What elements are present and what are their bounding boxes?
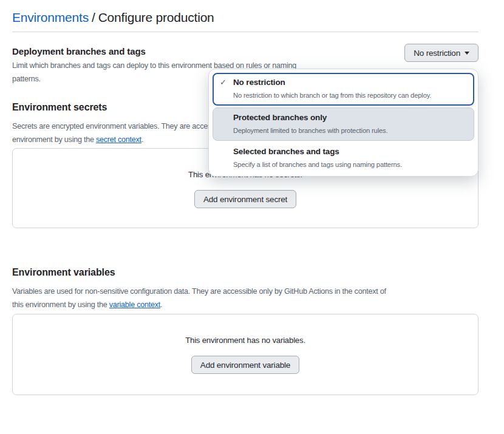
variables-description-text: Variables are used for non-sensitive con… xyxy=(12,287,386,309)
variables-empty-box: This environment has no variables. Add e… xyxy=(12,314,478,395)
menu-item-description: No restriction to which branch or tag fr… xyxy=(233,90,469,101)
header-divider xyxy=(12,32,478,32)
add-environment-variable-button[interactable]: Add environment variable xyxy=(191,356,299,374)
variables-empty-text: This environment has no variables. xyxy=(185,335,305,345)
check-icon: ✓ xyxy=(220,78,226,87)
menu-item-title: No restriction xyxy=(233,76,469,89)
title-separator: / xyxy=(92,10,95,24)
environments-link[interactable]: Environments xyxy=(12,10,89,24)
page-title: Environments/Configure production xyxy=(12,9,478,25)
menu-item-selected-branches[interactable]: Selected branches and tags Specify a lis… xyxy=(213,142,474,174)
menu-item-title: Selected branches and tags xyxy=(233,146,469,158)
branch-policy-dropdown-menu: ✓ No restriction No restriction to which… xyxy=(208,69,478,177)
caret-down-icon xyxy=(465,52,469,55)
secret-context-link[interactable]: secret context xyxy=(96,135,141,144)
secrets-description-period: . xyxy=(141,135,143,144)
deployment-heading: Deployment branches and tags xyxy=(12,46,296,57)
branch-policy-button-label: No restriction xyxy=(414,49,460,58)
variables-description: Variables are used for non-sensitive con… xyxy=(12,285,478,311)
menu-item-protected-branches[interactable]: Protected branches only Deployment limit… xyxy=(213,107,474,141)
page-title-current: Configure production xyxy=(98,10,214,24)
variables-heading: Environment variables xyxy=(12,266,478,279)
variable-context-link[interactable]: variable context xyxy=(109,300,160,309)
menu-item-title: Protected branches only xyxy=(233,112,469,124)
menu-item-description: Specify a list of branches and tags usin… xyxy=(233,160,469,170)
variables-description-period: . xyxy=(160,300,162,309)
menu-item-no-restriction[interactable]: ✓ No restriction No restriction to which… xyxy=(213,73,474,106)
main-content: Environments/Configure production Deploy… xyxy=(12,0,478,395)
menu-item-description: Deployment limited to branches with prot… xyxy=(233,126,469,136)
branch-policy-dropdown-button[interactable]: No restriction xyxy=(404,44,478,62)
add-environment-secret-button[interactable]: Add environment secret xyxy=(194,190,296,208)
